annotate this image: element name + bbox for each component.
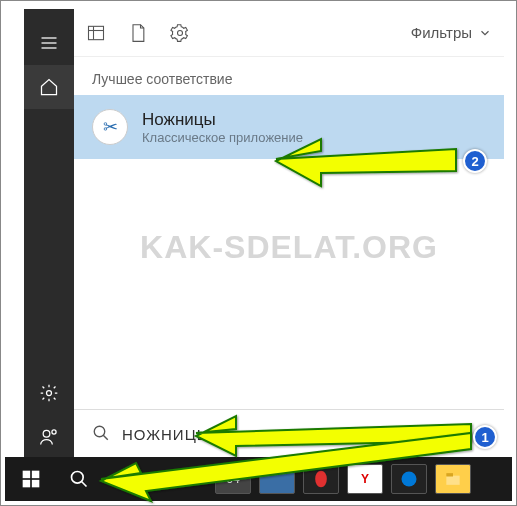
- search-icon: [92, 424, 110, 446]
- cortana-search-panel: Фильтры Лучшее соответствие ✂ Ножницы Кл…: [24, 9, 504, 459]
- search-top-bar: Фильтры: [74, 9, 504, 57]
- taskbar-app-yandex[interactable]: Y: [347, 464, 383, 494]
- snipping-tool-icon: ✂: [92, 109, 128, 145]
- watermark-text: KAK-SDELAT.ORG: [74, 229, 504, 266]
- best-match-header: Лучшее соответствие: [74, 57, 504, 95]
- documents-scope-icon[interactable]: [128, 23, 148, 43]
- filters-label: Фильтры: [411, 24, 472, 41]
- windows-taskbar: 64 Y: [5, 457, 512, 501]
- svg-point-16: [72, 472, 84, 484]
- hamburger-menu-icon[interactable]: [24, 21, 74, 65]
- home-icon[interactable]: [24, 65, 74, 109]
- svg-point-4: [43, 430, 50, 437]
- start-button[interactable]: [11, 459, 51, 499]
- svg-line-11: [103, 435, 108, 440]
- search-main-area: Фильтры Лучшее соответствие ✂ Ножницы Кл…: [74, 9, 504, 459]
- settings-gear-icon[interactable]: [24, 371, 74, 415]
- taskbar-app-explorer[interactable]: [435, 464, 471, 494]
- svg-point-18: [315, 471, 327, 488]
- svg-rect-21: [446, 473, 453, 476]
- settings-scope-icon[interactable]: [170, 23, 190, 43]
- svg-point-19: [402, 472, 417, 487]
- taskbar-app-1[interactable]: 64: [215, 464, 251, 494]
- svg-point-9: [178, 30, 183, 35]
- filters-dropdown[interactable]: Фильтры: [411, 24, 492, 41]
- result-subtitle: Классическое приложение: [142, 130, 303, 145]
- taskbar-app-2[interactable]: [259, 464, 295, 494]
- svg-rect-20: [446, 476, 459, 485]
- svg-rect-14: [23, 480, 31, 488]
- svg-rect-6: [89, 26, 104, 39]
- search-input[interactable]: [122, 426, 486, 443]
- taskbar-app-edge[interactable]: [391, 464, 427, 494]
- result-title: Ножницы: [142, 110, 303, 130]
- svg-line-17: [82, 482, 87, 487]
- taskbar-app-opera[interactable]: [303, 464, 339, 494]
- svg-point-3: [47, 391, 52, 396]
- svg-rect-12: [23, 471, 31, 479]
- search-left-rail: [24, 9, 74, 459]
- apps-scope-icon[interactable]: [86, 23, 106, 43]
- taskbar-search-icon[interactable]: [59, 459, 99, 499]
- svg-point-10: [94, 426, 105, 437]
- svg-rect-15: [32, 480, 40, 488]
- chevron-down-icon: [478, 26, 492, 40]
- search-input-bar[interactable]: [74, 409, 504, 459]
- svg-rect-13: [32, 471, 40, 479]
- svg-point-5: [52, 430, 56, 434]
- feedback-icon[interactable]: [24, 415, 74, 459]
- search-result-item[interactable]: ✂ Ножницы Классическое приложение: [74, 95, 504, 159]
